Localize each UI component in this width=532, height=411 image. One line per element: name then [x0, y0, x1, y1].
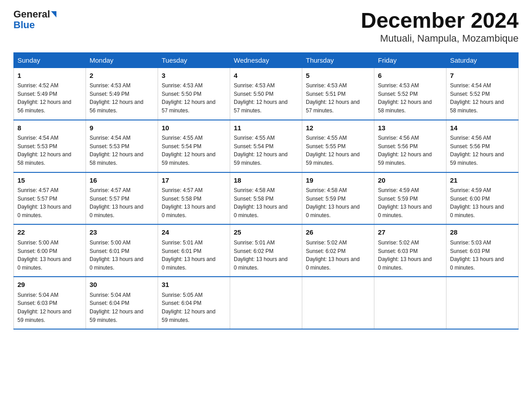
day-info: Sunrise: 5:05 AM Sunset: 6:04 PM Dayligh… — [162, 291, 226, 324]
day-number: 1 — [17, 71, 82, 81]
calendar-cell — [302, 277, 374, 329]
day-number: 27 — [378, 227, 442, 238]
day-info: Sunrise: 4:54 AM Sunset: 5:53 PM Dayligh… — [17, 134, 82, 167]
calendar-cell: 11 Sunrise: 4:55 AM Sunset: 5:54 PM Dayl… — [230, 120, 302, 172]
calendar-cell: 15 Sunrise: 4:57 AM Sunset: 5:57 PM Dayl… — [14, 172, 86, 225]
day-number: 3 — [162, 71, 226, 81]
day-number: 17 — [162, 176, 226, 186]
week-row-1: 1 Sunrise: 4:52 AM Sunset: 5:49 PM Dayli… — [14, 68, 519, 120]
day-info: Sunrise: 4:55 AM Sunset: 5:54 PM Dayligh… — [234, 134, 298, 167]
day-info: Sunrise: 5:02 AM Sunset: 6:02 PM Dayligh… — [306, 239, 370, 272]
calendar-cell: 3 Sunrise: 4:53 AM Sunset: 5:50 PM Dayli… — [158, 68, 230, 120]
logo-arrow-icon — [51, 11, 56, 17]
day-info: Sunrise: 4:59 AM Sunset: 5:59 PM Dayligh… — [378, 186, 442, 219]
calendar-cell — [446, 277, 519, 329]
day-info: Sunrise: 4:53 AM Sunset: 5:49 PM Dayligh… — [90, 81, 154, 115]
day-number: 16 — [90, 176, 154, 186]
week-row-4: 22 Sunrise: 5:00 AM Sunset: 6:00 PM Dayl… — [14, 224, 519, 277]
calendar-cell: 22 Sunrise: 5:00 AM Sunset: 6:00 PM Dayl… — [14, 224, 86, 277]
calendar-cell: 7 Sunrise: 4:54 AM Sunset: 5:52 PM Dayli… — [446, 68, 519, 120]
calendar-cell: 13 Sunrise: 4:56 AM Sunset: 5:56 PM Dayl… — [374, 120, 446, 172]
day-info: Sunrise: 4:55 AM Sunset: 5:55 PM Dayligh… — [306, 134, 370, 167]
calendar-cell: 29 Sunrise: 5:04 AM Sunset: 6:03 PM Dayl… — [14, 277, 86, 329]
day-number: 11 — [234, 123, 298, 133]
calendar-subtitle: Mutuali, Nampula, Mozambique — [361, 33, 519, 44]
day-number: 2 — [90, 71, 154, 81]
day-number: 6 — [378, 71, 442, 81]
week-row-3: 15 Sunrise: 4:57 AM Sunset: 5:57 PM Dayl… — [14, 172, 519, 225]
day-info: Sunrise: 4:57 AM Sunset: 5:58 PM Dayligh… — [162, 186, 226, 219]
day-number: 10 — [162, 123, 226, 133]
day-number: 8 — [17, 123, 82, 133]
calendar-cell: 18 Sunrise: 4:58 AM Sunset: 5:58 PM Dayl… — [230, 172, 302, 225]
calendar-cell: 30 Sunrise: 5:04 AM Sunset: 6:04 PM Dayl… — [86, 277, 158, 329]
day-number: 5 — [306, 71, 370, 81]
day-number: 21 — [450, 176, 515, 186]
calendar-cell: 14 Sunrise: 4:56 AM Sunset: 5:56 PM Dayl… — [446, 120, 519, 172]
calendar-table: SundayMondayTuesdayWednesdayThursdayFrid… — [13, 52, 519, 330]
day-info: Sunrise: 5:00 AM Sunset: 6:01 PM Dayligh… — [90, 239, 154, 272]
col-header-friday: Friday — [374, 52, 446, 68]
day-info: Sunrise: 4:53 AM Sunset: 5:50 PM Dayligh… — [234, 81, 298, 115]
day-info: Sunrise: 4:59 AM Sunset: 6:00 PM Dayligh… — [450, 186, 515, 219]
day-info: Sunrise: 5:03 AM Sunset: 6:03 PM Dayligh… — [450, 239, 515, 272]
day-info: Sunrise: 5:04 AM Sunset: 6:04 PM Dayligh… — [90, 291, 154, 324]
calendar-cell: 28 Sunrise: 5:03 AM Sunset: 6:03 PM Dayl… — [446, 224, 519, 277]
calendar-cell: 17 Sunrise: 4:57 AM Sunset: 5:58 PM Dayl… — [158, 172, 230, 225]
day-info: Sunrise: 4:58 AM Sunset: 5:58 PM Dayligh… — [234, 186, 298, 219]
day-number: 26 — [306, 227, 370, 238]
calendar-cell: 24 Sunrise: 5:01 AM Sunset: 6:01 PM Dayl… — [158, 224, 230, 277]
day-info: Sunrise: 5:04 AM Sunset: 6:03 PM Dayligh… — [17, 291, 82, 324]
week-row-2: 8 Sunrise: 4:54 AM Sunset: 5:53 PM Dayli… — [14, 120, 519, 172]
day-info: Sunrise: 4:53 AM Sunset: 5:51 PM Dayligh… — [306, 81, 370, 115]
day-number: 28 — [450, 227, 515, 238]
calendar-cell: 19 Sunrise: 4:58 AM Sunset: 5:59 PM Dayl… — [302, 172, 374, 225]
day-info: Sunrise: 4:52 AM Sunset: 5:49 PM Dayligh… — [17, 81, 82, 115]
day-info: Sunrise: 5:01 AM Sunset: 6:02 PM Dayligh… — [234, 239, 298, 272]
calendar-cell: 23 Sunrise: 5:00 AM Sunset: 6:01 PM Dayl… — [86, 224, 158, 277]
day-number: 12 — [306, 123, 370, 133]
week-row-5: 29 Sunrise: 5:04 AM Sunset: 6:03 PM Dayl… — [14, 277, 519, 329]
day-number: 25 — [234, 227, 298, 238]
day-info: Sunrise: 4:53 AM Sunset: 5:50 PM Dayligh… — [162, 81, 226, 115]
day-number: 14 — [450, 123, 515, 133]
calendar-cell: 16 Sunrise: 4:57 AM Sunset: 5:57 PM Dayl… — [86, 172, 158, 225]
day-number: 7 — [450, 71, 515, 81]
col-header-wednesday: Wednesday — [230, 52, 302, 68]
calendar-header-row: SundayMondayTuesdayWednesdayThursdayFrid… — [14, 52, 519, 68]
calendar-cell: 10 Sunrise: 4:55 AM Sunset: 5:54 PM Dayl… — [158, 120, 230, 172]
day-info: Sunrise: 5:00 AM Sunset: 6:00 PM Dayligh… — [17, 239, 82, 272]
day-info: Sunrise: 4:56 AM Sunset: 5:56 PM Dayligh… — [378, 134, 442, 167]
calendar-title: December 2024 — [361, 9, 519, 33]
day-info: Sunrise: 4:58 AM Sunset: 5:59 PM Dayligh… — [306, 186, 370, 219]
calendar-cell: 6 Sunrise: 4:53 AM Sunset: 5:52 PM Dayli… — [374, 68, 446, 120]
calendar-cell: 8 Sunrise: 4:54 AM Sunset: 5:53 PM Dayli… — [14, 120, 86, 172]
calendar-cell: 2 Sunrise: 4:53 AM Sunset: 5:49 PM Dayli… — [86, 68, 158, 120]
calendar-cell: 21 Sunrise: 4:59 AM Sunset: 6:00 PM Dayl… — [446, 172, 519, 225]
day-info: Sunrise: 4:54 AM Sunset: 5:53 PM Dayligh… — [90, 134, 154, 167]
day-info: Sunrise: 4:55 AM Sunset: 5:54 PM Dayligh… — [162, 134, 226, 167]
day-info: Sunrise: 5:02 AM Sunset: 6:03 PM Dayligh… — [378, 239, 442, 272]
calendar-cell — [230, 277, 302, 329]
logo-blue: Blue — [13, 20, 35, 30]
col-header-monday: Monday — [86, 52, 158, 68]
day-info: Sunrise: 4:53 AM Sunset: 5:52 PM Dayligh… — [378, 81, 442, 115]
calendar-cell — [374, 277, 446, 329]
day-number: 9 — [90, 123, 154, 133]
page-header: General Blue December 2024 Mutuali, Namp… — [13, 9, 519, 44]
logo: General Blue — [13, 9, 56, 30]
logo-general: General — [13, 9, 50, 20]
calendar-cell: 20 Sunrise: 4:59 AM Sunset: 5:59 PM Dayl… — [374, 172, 446, 225]
col-header-thursday: Thursday — [302, 52, 374, 68]
day-info: Sunrise: 4:57 AM Sunset: 5:57 PM Dayligh… — [90, 186, 154, 219]
day-number: 13 — [378, 123, 442, 133]
calendar-cell: 12 Sunrise: 4:55 AM Sunset: 5:55 PM Dayl… — [302, 120, 374, 172]
day-number: 4 — [234, 71, 298, 81]
day-number: 24 — [162, 227, 226, 238]
day-number: 18 — [234, 176, 298, 186]
calendar-cell: 31 Sunrise: 5:05 AM Sunset: 6:04 PM Dayl… — [158, 277, 230, 329]
day-number: 30 — [90, 280, 154, 290]
calendar-cell: 27 Sunrise: 5:02 AM Sunset: 6:03 PM Dayl… — [374, 224, 446, 277]
day-info: Sunrise: 4:57 AM Sunset: 5:57 PM Dayligh… — [17, 186, 82, 219]
calendar-cell: 25 Sunrise: 5:01 AM Sunset: 6:02 PM Dayl… — [230, 224, 302, 277]
